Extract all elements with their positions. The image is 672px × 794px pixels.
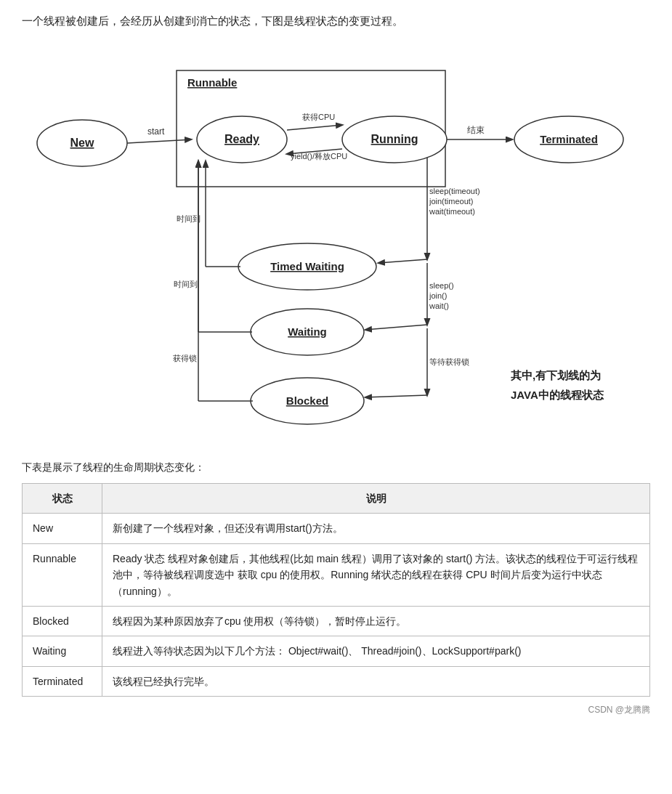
svg-text:join(timeout): join(timeout) [429,197,474,206]
svg-text:start: start [147,126,165,137]
svg-text:结束: 结束 [467,125,485,135]
svg-line-33 [365,325,427,330]
svg-line-10 [127,139,191,143]
svg-text:sleep(): sleep() [429,281,454,290]
table-row: Terminated该线程已经执行完毕。 [23,666,650,696]
state-diagram: Runnable New Ready Running Terminated st… [24,41,649,448]
svg-text:JAVA中的线程状态: JAVA中的线程状态 [511,389,604,401]
svg-text:获得CPU: 获得CPU [302,113,335,121]
svg-text:时间到: 时间到 [177,214,201,223]
state-cell: Runnable [23,543,102,606]
svg-text:Blocked: Blocked [286,394,328,407]
svg-text:Runnable: Runnable [187,76,237,89]
svg-text:join(): join() [429,291,447,300]
table-row: Blocked线程因为某种原因放弃了cpu 使用权（等待锁），暂时停止运行。 [23,606,650,636]
intro-text: 一个线程被创建后，会经历从创建到消亡的状态，下图是线程状态的变更过程。 [22,15,650,28]
svg-text:wait(timeout): wait(timeout) [429,207,475,216]
below-text: 下表是展示了线程的生命周期状态变化： [22,461,650,474]
desc-cell: 新创建了一个线程对象，但还没有调用start()方法。 [102,514,650,543]
svg-text:Waiting: Waiting [288,325,327,338]
svg-text:Timed Waiting: Timed Waiting [270,260,344,272]
svg-line-12 [287,125,342,130]
state-cell: Waiting [23,636,102,666]
svg-text:wait(): wait() [429,301,449,310]
svg-text:Running: Running [371,133,418,145]
state-table: 状态 说明 New新创建了一个线程对象，但还没有调用start()方法。Runn… [22,483,650,697]
desc-cell: Ready 状态 线程对象创建后，其他线程(比如 main 线程）调用了该对象的… [102,543,650,606]
state-cell: Terminated [23,666,102,696]
svg-line-25 [378,259,427,263]
svg-text:Ready: Ready [224,133,259,145]
svg-text:New: New [70,137,94,149]
table-row: RunnableReady 状态 线程对象创建后，其他线程(比如 main 线程… [23,543,650,606]
table-row: Waiting线程进入等待状态因为以下几个方法： Object#wait()、 … [23,636,650,666]
svg-text:sleep(timeout): sleep(timeout) [429,187,480,195]
svg-text:获得锁: 获得锁 [173,354,197,362]
footer-note: CSDN @龙腾腾 [22,704,650,716]
svg-text:其中,有下划线的为: 其中,有下划线的为 [511,369,601,381]
svg-text:Terminated: Terminated [540,133,598,145]
svg-text:等待获得锁: 等待获得锁 [429,357,469,366]
col-header-desc: 说明 [102,484,650,514]
desc-cell: 该线程已经执行完毕。 [102,666,650,696]
svg-line-44 [365,395,427,397]
state-cell: New [23,514,102,543]
desc-cell: 线程因为某种原因放弃了cpu 使用权（等待锁），暂时停止运行。 [102,606,650,636]
desc-cell: 线程进入等待状态因为以下几个方法： Object#wait()、 Thread#… [102,636,650,666]
svg-text:yield()/释放CPU: yield()/释放CPU [291,152,347,161]
svg-text:时间到: 时间到 [174,280,198,288]
table-row: New新创建了一个线程对象，但还没有调用start()方法。 [23,514,650,543]
state-cell: Blocked [23,606,102,636]
col-header-state: 状态 [23,484,102,514]
